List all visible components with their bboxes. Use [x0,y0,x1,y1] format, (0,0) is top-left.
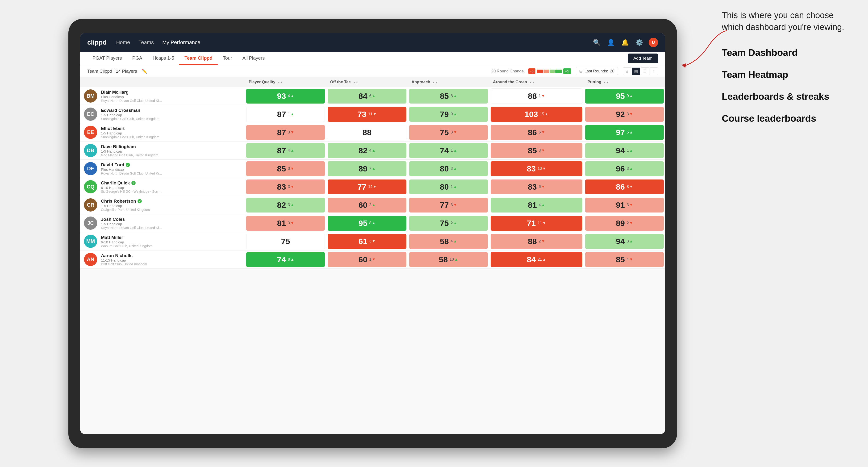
player-cell-3[interactable]: DB Dave Billingham 1-5 Handicap Gog Mago… [80,142,245,160]
score-change: 3▼ [627,203,633,207]
player-avatar: MM [84,235,97,248]
score-cell-around_green-5: 83 6▼ [489,178,584,196]
score-cell-approach-4: 80 3▲ [408,160,489,178]
score-box: 80 3▲ [409,161,488,176]
score-cell-off_tee-1: 73 11▼ [326,105,408,123]
player-cell-2[interactable]: EE Elliot Ebert 1-5 Handicap Sunningdale… [80,123,245,142]
player-name: Elliot Ebert [101,126,159,131]
annotation-arrow [670,28,731,71]
tab-all-players[interactable]: All Players [237,52,270,65]
user-icon[interactable]: 👤 [606,38,616,47]
score-cell-putting-8: 94 3▲ [584,232,665,250]
score-value: 83 [528,182,537,191]
score-cell-player_quality-7: 81 3▼ [245,214,326,232]
player-cell-0[interactable]: BM Blair McHarg Plus Handicap Royal Nort… [80,87,245,105]
tab-pgat-players[interactable]: PGAT Players [87,52,127,65]
player-avatar: CQ [84,180,97,193]
col-header-putting[interactable]: Putting ▲▼ [584,77,665,87]
score-box: 79 9▲ [409,107,488,122]
score-box: 77 3▼ [409,198,488,213]
player-avatar: EE [84,126,97,139]
score-change: 4▲ [539,203,545,207]
table-row: MM Matt Miller 6-10 Handicap Woburn Golf… [80,232,665,250]
tab-hcaps[interactable]: Hcaps 1-5 [148,52,179,65]
add-team-button[interactable]: Add Team [628,54,658,63]
view-table-toggle[interactable]: ▦ [632,67,640,75]
score-cell-around_green-6: 81 4▲ [489,196,584,214]
player-club: Craigmillar Park, United Kingdom [101,208,150,212]
view-filter-toggle[interactable]: ↕ [650,67,658,75]
logo: clippd [87,39,106,46]
tablet-frame: clippd Home Teams My Performance 🔍 👤 🔔 ⚙… [68,19,677,448]
sort-arrow-green: ▲▼ [529,81,535,84]
score-value: 77 [440,200,449,210]
edit-icon[interactable]: ✏️ [142,69,147,74]
annotation-item-2: Team Heatmap [722,69,854,80]
score-box: 96 3▲ [585,161,664,176]
col-header-around-green[interactable]: Around the Green ▲▼ [489,77,584,87]
tablet-screen: clippd Home Teams My Performance 🔍 👤 🔔 ⚙… [80,33,665,434]
score-value: 74 [277,255,286,264]
svg-marker-0 [682,63,686,68]
score-cell-approach-7: 75 2▲ [408,214,489,232]
score-box: 85 4▼ [585,252,664,267]
player-avatar: DB [84,144,97,157]
score-change: 1▼ [369,257,376,261]
player-cell-5[interactable]: CQ Charlie Quick ✓ 6-10 Handicap St. Geo… [80,178,245,196]
change-pos: +5 [563,68,571,74]
score-cell-putting-1: 92 3▼ [584,105,665,123]
player-cell-8[interactable]: MM Matt Miller 6-10 Handicap Woburn Golf… [80,232,245,250]
view-grid-toggle[interactable]: ⊞ [623,67,631,75]
score-change: 6▲ [369,94,376,98]
tab-team-clippd[interactable]: Team Clippd [179,52,218,65]
score-cell-player_quality-3: 87 4▲ [245,142,326,160]
col-header-player-quality[interactable]: Player Quality ▲▼ [245,77,326,87]
player-cell-9[interactable]: AN Aaron Nicholls 11-15 Handicap Drift G… [80,250,245,269]
settings-icon[interactable]: ⚙️ [634,38,644,47]
score-value: 85 [277,164,286,173]
annotation-callout: This is where you can choose which dashb… [722,9,854,33]
score-box: 94 1▲ [585,143,664,158]
score-box: 58 4▲ [409,234,488,249]
score-value: 80 [440,182,449,191]
score-cell-around_green-0: 88 1▼ [489,87,584,105]
score-cell-putting-9: 85 4▼ [584,250,665,269]
last-rounds-button[interactable]: ⊞ Last Rounds: 20 [576,67,618,75]
player-cell-4[interactable]: DF David Ford ✓ Plus Handicap Royal Nort… [80,160,245,178]
table-row: BM Blair McHarg Plus Handicap Royal Nort… [80,87,665,105]
player-info: Josh Coles 1-5 Handicap Royal North Devo… [101,217,162,230]
view-chart-toggle[interactable]: ☰ [641,67,649,75]
verified-badge: ✓ [137,199,142,203]
player-cell-7[interactable]: JC Josh Coles 1-5 Handicap Royal North D… [80,214,245,232]
score-box: 75 3▼ [409,125,488,140]
score-change: 10▼ [537,166,546,171]
score-change: 3▲ [627,166,633,171]
col-header-approach[interactable]: Approach ▲▼ [408,77,489,87]
nav-my-performance[interactable]: My Performance [162,39,200,45]
table-row: DF David Ford ✓ Plus Handicap Royal Nort… [80,160,665,178]
score-cell-putting-0: 95 9▲ [584,87,665,105]
score-value: 75 [281,237,290,246]
nav-home[interactable]: Home [116,39,130,45]
bell-icon[interactable]: 🔔 [620,38,630,47]
score-cell-off_tee-9: 60 1▼ [326,250,408,269]
player-name: Charlie Quick ✓ [101,181,162,186]
player-avatar: JC [84,217,97,230]
avatar[interactable]: U [649,38,658,47]
player-info: Blair McHarg Plus Handicap Royal North D… [101,90,162,102]
data-table: Player Quality ▲▼ Off the Tee ▲▼ Approac… [80,77,665,434]
col-header-off-tee[interactable]: Off the Tee ▲▼ [326,77,408,87]
score-value: 79 [440,110,449,119]
score-change: 3▼ [369,239,376,243]
score-box: 95 9▲ [585,89,664,103]
player-avatar: DF [84,162,97,175]
score-cell-putting-4: 96 3▲ [584,160,665,178]
player-cell-1[interactable]: EC Edward Crossman 1-5 Handicap Sunningd… [80,105,245,123]
player-cell-6[interactable]: CR Chris Robertson ✓ 1-5 Handicap Craigm… [80,196,245,214]
search-icon[interactable]: 🔍 [592,38,601,47]
tab-pga[interactable]: PGA [127,52,148,65]
nav-teams[interactable]: Teams [138,39,154,45]
score-box: 86 6▼ [491,125,582,140]
score-value: 61 [359,237,368,246]
tab-tour[interactable]: Tour [218,52,237,65]
